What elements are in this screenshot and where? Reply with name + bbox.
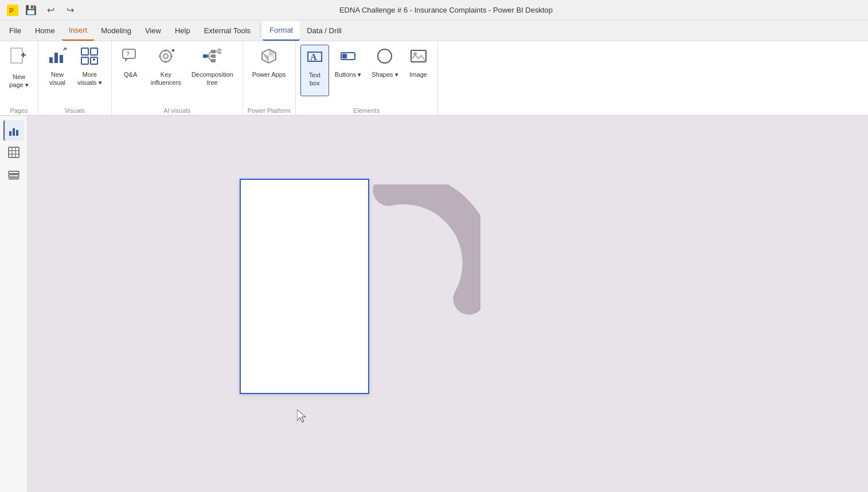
ribbon-group-ai-content: ? Q&A Keyinfluencer — [116, 45, 238, 106]
sidebar-item-layers[interactable] — [3, 164, 24, 184]
sidebar-item-table[interactable] — [3, 142, 24, 163]
svg-rect-7 — [60, 55, 63, 63]
svg-rect-11 — [81, 48, 88, 55]
buttons-icon — [339, 47, 357, 68]
ribbon-group-visuals-content: Newvisual Morevisuals ▾ — [43, 45, 107, 106]
new-page-button[interactable]: Newpage ▾ — [5, 45, 33, 96]
menu-modeling[interactable]: Modeling — [94, 21, 138, 41]
shapes-icon — [376, 47, 394, 68]
title-bar: P 💾 ↩ ↪ EDNA Challenge # 6 - Insurance C… — [0, 0, 868, 21]
ribbon-group-elements: A Textbox Buttons ▾ — [296, 41, 438, 115]
menu-home[interactable]: Home — [28, 21, 62, 41]
svg-line-30 — [208, 56, 211, 61]
shapes-button[interactable]: Shapes ▾ — [367, 45, 402, 96]
svg-point-21 — [163, 54, 168, 58]
svg-rect-45 — [342, 54, 347, 58]
arc-visual — [354, 184, 458, 288]
ai-visuals-group-label: AI visuals — [116, 106, 238, 114]
svg-rect-6 — [54, 53, 58, 63]
svg-rect-57 — [9, 171, 19, 174]
svg-rect-2 — [11, 48, 22, 63]
svg-marker-60 — [297, 410, 306, 422]
more-visuals-button[interactable]: Morevisuals ▾ — [73, 45, 107, 96]
svg-rect-50 — [13, 128, 15, 136]
key-influencers-icon — [157, 47, 175, 68]
undo-button[interactable]: ↩ — [44, 3, 57, 17]
ribbon-group-pages-content: Newpage ▾ — [5, 45, 33, 106]
ribbon-group-visuals: Newvisual Morevisuals ▾ Visuals — [38, 41, 112, 115]
svg-line-28 — [208, 52, 211, 56]
svg-rect-59 — [9, 178, 19, 179]
svg-rect-13 — [81, 57, 88, 64]
text-box-icon: A — [306, 48, 324, 69]
power-apps-icon — [260, 47, 278, 68]
svg-rect-32 — [211, 54, 216, 58]
title-bar-left: P 💾 ↩ ↪ — [7, 3, 77, 17]
power-apps-label: Power Apps — [252, 70, 286, 78]
buttons-label: Buttons ▾ — [335, 70, 361, 78]
save-button[interactable]: 💾 — [24, 3, 38, 17]
new-page-label: Newpage ▾ — [9, 73, 29, 89]
svg-rect-27 — [203, 54, 208, 58]
menu-insert[interactable]: Insert — [62, 21, 95, 41]
svg-rect-37 — [218, 52, 221, 54]
key-influencers-button[interactable]: Keyinfluencers — [146, 45, 186, 96]
menu-format[interactable]: Format — [263, 21, 300, 41]
qanda-label: Q&A — [124, 70, 137, 78]
more-visuals-icon — [80, 47, 99, 68]
ribbon-group-elements-content: A Textbox Buttons ▾ — [300, 45, 433, 106]
svg-rect-58 — [9, 175, 19, 177]
menu-external-tools[interactable]: External Tools — [197, 21, 257, 41]
menu-view[interactable]: View — [138, 21, 168, 41]
decomposition-tree-label: Decompositiontree — [191, 70, 233, 87]
svg-rect-5 — [49, 57, 53, 63]
decomposition-tree-icon — [202, 47, 222, 68]
svg-rect-36 — [218, 49, 221, 51]
text-box-label: Textbox — [309, 71, 320, 88]
svg-line-35 — [216, 52, 218, 53]
image-button[interactable]: Image — [404, 45, 433, 96]
svg-rect-51 — [16, 130, 18, 136]
buttons-button[interactable]: Buttons ▾ — [330, 45, 366, 96]
new-visual-label: Newvisual — [49, 70, 65, 87]
decomposition-tree-button[interactable]: Decompositiontree — [187, 45, 238, 96]
menu-data-drill[interactable]: Data / Drill — [300, 21, 349, 41]
canvas[interactable] — [28, 116, 868, 492]
svg-rect-47 — [411, 50, 426, 62]
ribbon-group-ai-visuals: ? Q&A Keyinfluencer — [112, 41, 243, 115]
svg-text:P: P — [9, 7, 14, 15]
svg-rect-52 — [9, 147, 19, 158]
svg-point-20 — [160, 50, 171, 62]
new-page-icon — [10, 47, 28, 70]
image-label: Image — [409, 70, 427, 78]
qanda-button[interactable]: ? Q&A — [116, 45, 145, 96]
svg-point-46 — [378, 49, 392, 63]
svg-text:A: A — [310, 52, 317, 62]
ribbon-group-pp-content: Power Apps — [248, 45, 291, 106]
menu-help[interactable]: Help — [168, 21, 197, 41]
sidebar-item-chart[interactable] — [3, 120, 24, 141]
selected-visual[interactable] — [240, 179, 369, 394]
ribbon-group-power-platform: Power Apps Power Platform — [243, 41, 296, 115]
pages-group-label: Pages — [5, 106, 33, 114]
svg-rect-12 — [91, 48, 97, 55]
power-platform-group-label: Power Platform — [248, 106, 291, 114]
power-apps-button[interactable]: Power Apps — [248, 45, 291, 96]
ribbon-group-pages: Newpage ▾ Pages — [0, 41, 38, 115]
svg-rect-49 — [9, 131, 11, 136]
svg-rect-33 — [211, 59, 216, 62]
left-sidebar — [0, 116, 28, 492]
new-visual-icon — [48, 47, 67, 68]
menu-file[interactable]: File — [2, 21, 28, 41]
visuals-group-label: Visuals — [43, 106, 107, 114]
qanda-icon: ? — [122, 47, 140, 68]
text-box-button[interactable]: A Textbox — [300, 45, 329, 96]
shapes-label: Shapes ▾ — [372, 70, 398, 78]
new-visual-button[interactable]: Newvisual — [43, 45, 72, 96]
menu-bar: File Home Insert Modeling View Help Exte… — [0, 21, 868, 41]
redo-button[interactable]: ↪ — [63, 3, 77, 17]
elements-group-label: Elements — [300, 106, 433, 114]
cursor — [297, 410, 308, 421]
window-title: EDNA Challenge # 6 - Insurance Complaint… — [339, 6, 553, 14]
svg-text:?: ? — [126, 51, 130, 57]
